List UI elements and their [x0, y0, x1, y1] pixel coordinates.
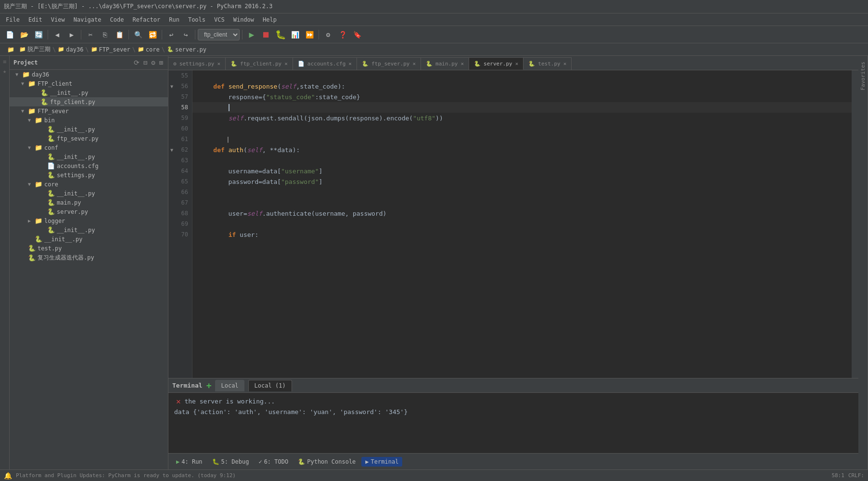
tab-settings[interactable]: ⚙ settings.py × — [168, 57, 226, 70]
replace-button[interactable]: 🔁 — [146, 28, 159, 41]
tree-item-test-py[interactable]: 🐍 test.py — [10, 244, 168, 253]
sidebar-gear-icon[interactable]: ⊞ — [158, 58, 164, 67]
debug-tool-item[interactable]: 🐛 5: Debug — [208, 457, 253, 467]
back-button[interactable]: ◀ — [51, 28, 64, 41]
copy-button[interactable]: ⎘ — [98, 28, 112, 41]
open-button[interactable]: 📂 — [17, 28, 31, 41]
terminal-tab-local1[interactable]: Local (1) — [248, 380, 292, 391]
tree-item-ftp-sever[interactable]: ▼ 📁 FTP_sever — [10, 106, 168, 116]
sidebar-header: Project ⟳ ⊟ ⚙ ⊞ — [10, 56, 168, 70]
line-57: 57 — [168, 91, 192, 102]
structure-icon[interactable]: ≡ — [1, 58, 9, 65]
breadcrumb-item-2[interactable]: 📁 FTP_sever — [91, 46, 130, 53]
paste-button[interactable]: 📋 — [113, 28, 126, 41]
cut-button[interactable]: ✂ — [84, 28, 97, 41]
sidebar-collapse-icon[interactable]: ⊟ — [142, 58, 148, 67]
menu-tools[interactable]: Tools — [184, 15, 209, 24]
fold-arrow-56[interactable]: ▼ — [170, 84, 173, 89]
code-content[interactable]: def send_response(self,state_code): resp… — [192, 70, 852, 378]
favorites-icon[interactable]: ★ — [1, 67, 9, 75]
tree-item-init-root[interactable]: 🐍 __init__.py — [10, 234, 168, 244]
tab-server[interactable]: 🐍 server.py × — [469, 57, 523, 70]
forward-button[interactable]: ▶ — [65, 28, 78, 41]
tab-ftp-client[interactable]: 🐍 ftp_client.py × — [226, 57, 293, 70]
tab-close-server[interactable]: × — [515, 61, 519, 67]
new-button[interactable]: 📄 — [3, 28, 16, 41]
add-terminal-button[interactable]: + — [206, 380, 212, 390]
settings-button[interactable]: ⚙ — [321, 28, 335, 41]
terminal-content[interactable]: ✕ the server is working... data {'action… — [168, 393, 858, 453]
tree-item-conf[interactable]: ▼ 📁 conf — [10, 143, 168, 152]
line-68: 68 — [168, 208, 192, 219]
debug-button[interactable]: 🐛 — [274, 28, 287, 41]
tab-main[interactable]: 🐍 main.py × — [421, 57, 469, 70]
tree-item-init2[interactable]: 🐍 __init__.py — [10, 125, 168, 134]
tab-close-ftp-sever[interactable]: × — [412, 61, 416, 67]
breadcrumb-item-4[interactable]: 🐍 server.py — [167, 46, 206, 53]
menu-code[interactable]: Code — [106, 15, 128, 24]
tree-item-server-py[interactable]: 🐍 server.py — [10, 207, 168, 216]
menu-vcs[interactable]: VCS — [210, 15, 229, 24]
menu-edit[interactable]: Edit — [25, 15, 46, 24]
run-button[interactable]: ▶ — [245, 28, 258, 41]
fold-arrow-62[interactable]: ▼ — [170, 147, 173, 153]
coverage-button[interactable]: 📊 — [288, 28, 302, 41]
menu-file[interactable]: File — [2, 15, 24, 24]
sidebar-sync-icon[interactable]: ⟳ — [133, 58, 140, 67]
python-console-item[interactable]: 🐍 Python Console — [294, 457, 359, 467]
tab-close-ftp-client[interactable]: × — [284, 61, 288, 67]
run-tool-item[interactable]: ▶ 4: Run — [172, 457, 206, 467]
tab-close-settings[interactable]: × — [217, 61, 220, 67]
vcs-button[interactable]: 🔖 — [350, 28, 364, 41]
sidebar-settings-icon[interactable]: ⚙ — [150, 58, 156, 67]
redo-button[interactable]: ↪ — [179, 28, 192, 41]
tree-item-settings-py[interactable]: 🐍 settings.py — [10, 170, 168, 180]
menu-view[interactable]: View — [47, 15, 69, 24]
tree-item-main-py[interactable]: 🐍 main.py — [10, 198, 168, 207]
help-button[interactable]: ❓ — [336, 28, 349, 41]
tab-accounts[interactable]: 📄 accounts.cfg × — [293, 57, 357, 70]
favorites-label[interactable]: Favorites — [860, 60, 866, 92]
terminal-close-icon[interactable]: ✕ — [176, 397, 181, 406]
tree-item-day36[interactable]: ▼ 📁 day36 — [10, 70, 168, 79]
stop-button[interactable]: ⏹ — [259, 28, 273, 41]
menu-help[interactable]: Help — [259, 15, 281, 24]
tree-item-ftp-client[interactable]: ▼ 📁 FTP_client — [10, 79, 168, 88]
menu-window[interactable]: Window — [230, 15, 258, 24]
tab-ftp-sever[interactable]: 🐍 ftp_sever.py × — [357, 57, 421, 70]
tab-icon-server: 🐍 — [474, 61, 481, 67]
tab-test[interactable]: 🐍 test.py × — [523, 57, 572, 70]
todo-tool-item[interactable]: ✓ 6: TODO — [255, 457, 292, 467]
terminal-tab-local[interactable]: Local — [215, 380, 244, 391]
tree-item-bin[interactable]: ▼ 📁 bin — [10, 116, 168, 125]
title-bar: 脱产三期 - [E:\脱产三期] - ...\day36\FTP_sever\c… — [0, 0, 868, 13]
tree-item-logger[interactable]: ▶ 📁 logger — [10, 216, 168, 225]
breadcrumb-item-0[interactable]: 📁 脱产三期 — [19, 45, 51, 53]
menu-run[interactable]: Run — [165, 15, 183, 24]
tree-item-fuxi[interactable]: 🐍 复习生成器迭代器.py — [10, 253, 168, 263]
tab-close-test[interactable]: × — [563, 61, 567, 67]
menu-navigate[interactable]: Navigate — [70, 15, 105, 24]
tree-item-ftp-client-py[interactable]: 🐍 ftp_client.py — [10, 97, 168, 106]
breadcrumb-item-1[interactable]: 📁 day36 — [58, 46, 83, 53]
tree-item-core[interactable]: ▼ 📁 core — [10, 180, 168, 189]
profile-button[interactable]: ⏩ — [303, 28, 316, 41]
tree-item-init1[interactable]: 🐍 __init__.py — [10, 88, 168, 97]
breadcrumb-item-3[interactable]: 📁 core — [138, 46, 160, 53]
tree-item-init5[interactable]: 🐍 __init__.py — [10, 225, 168, 234]
sync-button[interactable]: 🔄 — [32, 28, 45, 41]
undo-button[interactable]: ↩ — [165, 28, 178, 41]
tab-close-main[interactable]: × — [460, 61, 464, 67]
tree-item-init3[interactable]: 🐍 __init__.py — [10, 152, 168, 161]
scroll-gutter[interactable] — [852, 70, 858, 378]
menu-refactor[interactable]: Refactor — [128, 15, 164, 24]
tab-close-accounts[interactable]: × — [348, 61, 352, 67]
terminal-tool-item[interactable]: ▶ Terminal — [361, 457, 402, 467]
tree-item-ftp-sever-py[interactable]: 🐍 ftp_sever.py — [10, 134, 168, 143]
code-line-63 — [192, 155, 852, 166]
find-button[interactable]: 🔍 — [131, 28, 145, 41]
tree-item-init4[interactable]: 🐍 __init__.py — [10, 189, 168, 198]
run-config-dropdown[interactable]: ftp_client — [198, 29, 240, 40]
separator-2 — [81, 30, 81, 39]
tree-item-accounts-cfg[interactable]: 📄 accounts.cfg — [10, 161, 168, 170]
